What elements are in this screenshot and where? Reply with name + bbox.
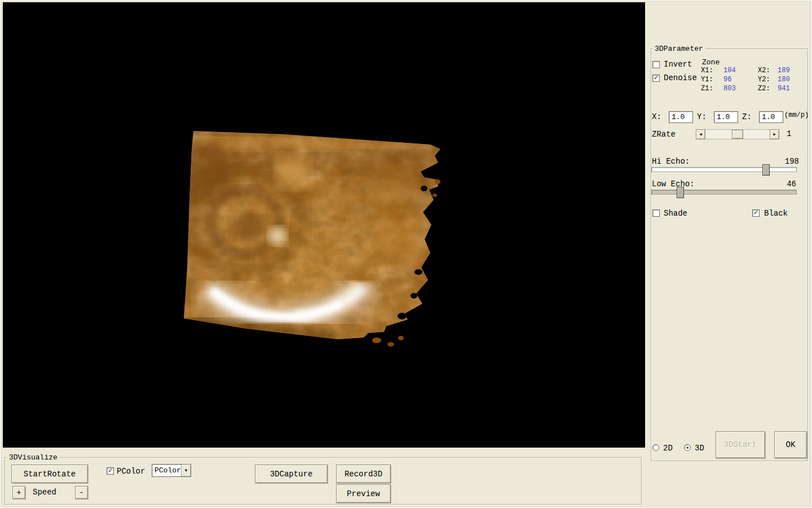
render-viewport[interactable] xyxy=(3,2,645,448)
shade-checkbox[interactable] xyxy=(652,209,660,217)
ultrasound-volume-render xyxy=(3,2,645,448)
zrate-left-arrow-icon[interactable]: ◀ xyxy=(696,129,705,139)
zone-z1-value: 803 xyxy=(723,85,736,93)
start-rotate-button[interactable]: StartRotate xyxy=(11,465,88,483)
pcolor-checkbox[interactable]: ✓ xyxy=(107,467,114,475)
hi-echo-thumb[interactable] xyxy=(762,164,770,176)
invert-checkbox[interactable] xyxy=(652,61,660,68)
scale-x-input[interactable] xyxy=(669,111,693,123)
zrate-label: ZRate xyxy=(652,130,676,139)
zone-y2-label: Y2: xyxy=(758,76,770,84)
pcolor-dropdown[interactable]: PColor ▼ xyxy=(152,464,191,477)
zone-y1-label: Y1: xyxy=(701,76,713,84)
scale-y-label: Y: xyxy=(697,112,707,121)
black-label: Black xyxy=(764,209,788,218)
speed-plus-button[interactable]: + xyxy=(12,486,25,499)
low-echo-thumb[interactable] xyxy=(677,187,684,198)
low-echo-track[interactable] xyxy=(651,190,797,195)
low-echo-value: 46 xyxy=(787,179,796,189)
denoise-label: Denoise xyxy=(664,73,697,82)
zone-z1-label: Z1: xyxy=(701,85,713,93)
zrate-right-arrow-icon[interactable]: ▶ xyxy=(770,129,779,139)
zone-z2-label: Z2: xyxy=(758,85,770,93)
hi-echo-value: 198 xyxy=(785,157,799,166)
mode-3d-label: 3D xyxy=(695,444,704,453)
zone-y2-value: 180 xyxy=(778,76,790,84)
hi-echo-label: Hi Echo: xyxy=(652,157,690,166)
zone-x2-value: 189 xyxy=(778,67,790,75)
invert-label: Invert xyxy=(664,60,692,69)
zrate-track[interactable] xyxy=(705,129,770,139)
mode-2d-label: 2D xyxy=(663,444,673,453)
low-echo-label: Low Echo: xyxy=(652,179,695,189)
zrate-value: 1 xyxy=(787,129,791,138)
hi-echo-track[interactable] xyxy=(651,167,797,172)
scale-unit-label: (mm/p) xyxy=(784,111,809,119)
pcolor-dropdown-value: PColor xyxy=(152,466,181,475)
zone-title: Zone xyxy=(702,58,720,67)
parameter-groupbox xyxy=(651,49,808,461)
zrate-thumb[interactable] xyxy=(732,130,743,139)
zone-y1-value: 96 xyxy=(723,76,731,84)
speed-minus-button[interactable]: - xyxy=(75,486,88,499)
pcolor-label: PColor xyxy=(117,467,145,476)
scale-y-input[interactable] xyxy=(714,111,738,123)
scale-x-label: X: xyxy=(652,112,661,121)
scale-z-input[interactable] xyxy=(759,111,783,123)
zone-x1-label: X1: xyxy=(701,67,713,75)
zone-z2-value: 941 xyxy=(778,85,790,93)
scale-z-label: Z: xyxy=(742,112,752,121)
mode-3d-radio[interactable]: ● xyxy=(684,444,691,451)
start-3d-button[interactable]: 3DStart xyxy=(716,431,765,458)
mode-2d-radio[interactable] xyxy=(652,444,659,451)
visualize-group-title: 3DVisualize xyxy=(7,453,60,462)
shade-label: Shade xyxy=(664,209,687,218)
preview-button[interactable]: Preview xyxy=(336,484,391,503)
zone-x1-value: 104 xyxy=(723,67,736,75)
chevron-down-icon[interactable]: ▼ xyxy=(181,465,191,476)
capture-3d-button[interactable]: 3DCapture xyxy=(255,465,328,483)
app-window: 3DParameter Invert ✓ Denoise Zone X1: 10… xyxy=(0,0,812,508)
speed-label: Speed xyxy=(33,488,56,497)
ok-button[interactable]: OK xyxy=(774,431,807,458)
black-checkbox[interactable]: ✓ xyxy=(752,209,760,217)
zone-x2-label: X2: xyxy=(758,67,770,75)
record-3d-button[interactable]: Record3D xyxy=(336,465,391,483)
denoise-checkbox[interactable]: ✓ xyxy=(652,75,660,82)
zrate-scrollbar: ◀ ▶ xyxy=(696,129,779,139)
parameter-group-title: 3DParameter xyxy=(652,45,705,53)
